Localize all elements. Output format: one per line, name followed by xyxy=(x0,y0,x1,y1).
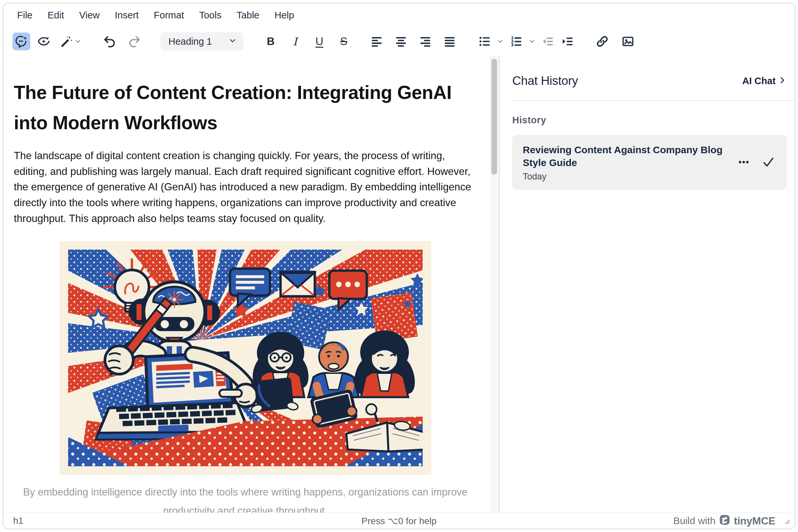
menu-view[interactable]: View xyxy=(76,8,103,23)
bullet-list-icon xyxy=(478,35,491,48)
document-figure: Retro pop-art illustration of a robot wr… xyxy=(59,241,431,513)
ai-tools-group xyxy=(13,33,86,50)
underline-glyph: U xyxy=(315,35,323,48)
more-options-icon[interactable] xyxy=(738,156,750,170)
undo-button[interactable] xyxy=(101,33,118,50)
list-indent-group: 123 xyxy=(476,33,576,50)
align-center-button[interactable] xyxy=(392,33,410,50)
ai-review-eye-icon xyxy=(37,35,50,48)
strikethrough-glyph: S xyxy=(340,35,347,48)
indent-button[interactable] xyxy=(559,33,576,50)
italic-button[interactable]: I xyxy=(286,33,304,50)
menu-bar: File Edit View Insert Format Tools Table… xyxy=(3,3,795,27)
link-button[interactable] xyxy=(593,33,611,50)
history-item-date: Today xyxy=(523,172,731,182)
heading-style-dropdown[interactable]: Heading 1 xyxy=(161,32,243,51)
format-group: B I U S xyxy=(262,33,353,50)
menu-edit[interactable]: Edit xyxy=(44,8,68,23)
strikethrough-button[interactable]: S xyxy=(335,33,353,50)
heading-style-value: Heading 1 xyxy=(168,36,228,47)
redo-button[interactable] xyxy=(126,33,144,50)
align-right-icon xyxy=(419,35,432,48)
branding-name: tinyMCE xyxy=(734,515,775,527)
editor-scrollbar-thumb[interactable] xyxy=(491,59,497,175)
align-justify-icon xyxy=(443,35,456,48)
resize-handle-icon[interactable] xyxy=(783,517,790,525)
undo-icon xyxy=(103,35,116,48)
editor-scrollbar-track[interactable] xyxy=(490,56,499,513)
ai-chat-link-label: AI Chat xyxy=(742,76,776,87)
sidebar-title: Chat History xyxy=(512,74,578,88)
menu-tools[interactable]: Tools xyxy=(196,8,225,23)
document-image[interactable]: Retro pop-art illustration of a robot wr… xyxy=(59,241,431,475)
history-section-label: History xyxy=(512,115,789,126)
italic-glyph: I xyxy=(293,35,297,48)
image-button[interactable] xyxy=(619,33,637,50)
chevron-down-icon[interactable] xyxy=(495,37,505,46)
branding-prefix: Build with xyxy=(673,515,716,527)
ai-chat-icon xyxy=(15,35,28,48)
tinymce-branding[interactable]: Build with tinyMCE xyxy=(673,514,790,528)
image-icon xyxy=(621,35,634,48)
toolbar: Heading 1 B I U S xyxy=(3,27,795,56)
redo-icon xyxy=(128,35,141,48)
status-bar: h1 Press ⌥0 for help Build with tinyMCE xyxy=(3,513,795,529)
menu-file[interactable]: File xyxy=(14,8,36,23)
insert-group xyxy=(593,33,637,50)
image-caption[interactable]: By embedding intelligence directly into … xyxy=(22,483,469,513)
history-group xyxy=(101,33,144,50)
bold-glyph: B xyxy=(267,35,275,48)
indent-icon xyxy=(561,35,574,48)
align-group xyxy=(368,33,459,50)
menu-table[interactable]: Table xyxy=(233,8,262,23)
chevron-right-icon xyxy=(778,76,786,87)
chat-history-sidebar: Chat History AI Chat History Reviewing C… xyxy=(500,56,795,513)
tinymce-logo-icon xyxy=(719,514,730,528)
underline-button[interactable]: U xyxy=(311,33,328,50)
check-icon[interactable] xyxy=(762,155,775,170)
bullet-list-button[interactable] xyxy=(476,33,494,50)
link-icon xyxy=(596,35,609,48)
align-left-icon xyxy=(370,35,383,48)
history-item[interactable]: Reviewing Content Against Company Blog S… xyxy=(512,135,787,190)
outdent-button[interactable] xyxy=(539,33,557,50)
document-heading[interactable]: The Future of Content Creation: Integrat… xyxy=(14,77,464,138)
menu-format[interactable]: Format xyxy=(151,8,187,23)
numbered-list-icon: 123 xyxy=(509,35,523,48)
editor-window: File Edit View Insert Format Tools Table… xyxy=(3,3,795,529)
menu-insert[interactable]: Insert xyxy=(112,8,142,23)
element-path[interactable]: h1 xyxy=(13,516,23,526)
align-center-icon xyxy=(394,35,408,48)
sidebar-header-divider xyxy=(512,100,795,101)
ai-chat-button[interactable] xyxy=(13,33,30,50)
ai-shortcuts-button[interactable] xyxy=(57,33,86,50)
svg-text:3: 3 xyxy=(511,43,514,48)
magic-wand-icon xyxy=(60,35,73,48)
document-paragraph[interactable]: The landscape of digital content creatio… xyxy=(14,148,477,227)
bold-button[interactable]: B xyxy=(262,33,280,50)
chevron-down-icon[interactable] xyxy=(527,37,537,46)
menu-help[interactable]: Help xyxy=(271,8,297,23)
chevron-down-icon xyxy=(228,37,237,46)
chevron-down-icon xyxy=(73,37,83,46)
align-left-button[interactable] xyxy=(368,33,386,50)
align-justify-button[interactable] xyxy=(441,33,459,50)
history-item-title: Reviewing Content Against Company Blog S… xyxy=(523,144,731,169)
outdent-icon xyxy=(541,35,554,48)
ai-chat-link[interactable]: AI Chat xyxy=(742,76,786,87)
ai-review-button[interactable] xyxy=(35,33,53,50)
align-right-button[interactable] xyxy=(416,33,434,50)
editor-canvas[interactable]: The Future of Content Creation: Integrat… xyxy=(3,56,490,513)
numbered-list-button[interactable]: 123 xyxy=(507,33,525,50)
